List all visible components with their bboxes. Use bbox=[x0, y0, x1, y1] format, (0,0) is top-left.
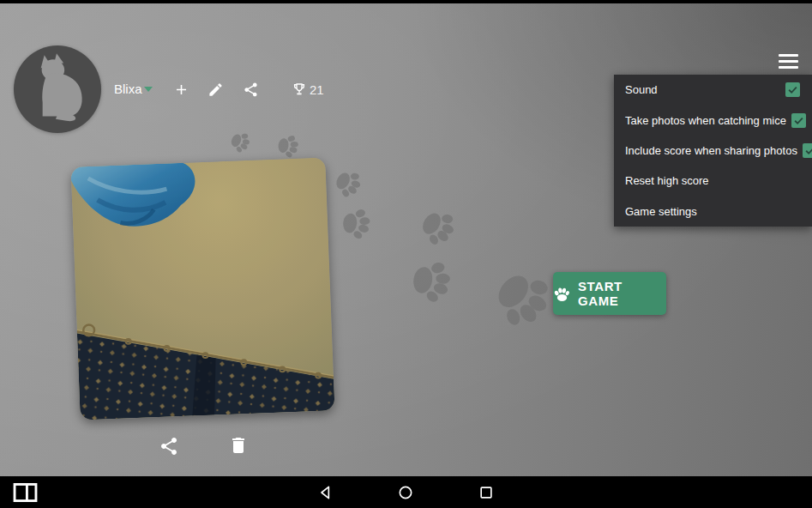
menu-item-label: Reset high score bbox=[625, 174, 709, 187]
paw-print-icon bbox=[410, 198, 468, 258]
home-button[interactable] bbox=[397, 484, 414, 501]
menu-item-label: Game settings bbox=[625, 205, 697, 218]
add-profile-button[interactable] bbox=[171, 79, 191, 100]
split-screen-button[interactable] bbox=[13, 482, 38, 502]
share-icon bbox=[159, 436, 179, 457]
start-game-button[interactable]: START GAME bbox=[553, 272, 666, 315]
menu-item-game-settings[interactable]: Game settings bbox=[614, 197, 812, 227]
status-bar bbox=[0, 0, 812, 3]
checkbox-checked-icon[interactable] bbox=[803, 143, 812, 158]
menu-item-sound[interactable]: Sound bbox=[614, 75, 812, 105]
back-button[interactable] bbox=[317, 484, 334, 501]
share-icon bbox=[243, 82, 259, 98]
trash-icon bbox=[228, 435, 249, 456]
profile-avatar[interactable] bbox=[14, 45, 101, 133]
hamburger-icon bbox=[779, 54, 798, 57]
menu-item-include-score[interactable]: Include score when sharing photos bbox=[614, 136, 812, 166]
recents-button[interactable] bbox=[478, 484, 495, 501]
paw-print-icon bbox=[338, 203, 378, 245]
trophy-icon bbox=[292, 82, 307, 97]
profile-name[interactable]: Blixa bbox=[114, 82, 142, 96]
split-screen-icon bbox=[13, 482, 38, 502]
recents-square-icon bbox=[478, 484, 495, 501]
cat-photo-thumbnail[interactable] bbox=[70, 157, 334, 420]
menu-item-label: Sound bbox=[625, 83, 658, 96]
high-score-value: 21 bbox=[310, 82, 324, 97]
chevron-down-icon[interactable] bbox=[144, 87, 153, 92]
home-circle-icon bbox=[397, 484, 414, 501]
menu-button[interactable] bbox=[779, 54, 798, 69]
menu-item-label: Include score when sharing photos bbox=[625, 144, 797, 157]
paw-print-icon bbox=[225, 126, 256, 159]
app-screen: Blixa 21 Sound bbox=[0, 0, 812, 508]
menu-item-take-photos[interactable]: Take photos when catching mice bbox=[614, 105, 812, 135]
paw-print-icon bbox=[405, 251, 462, 312]
menu-item-reset-high-score[interactable]: Reset high score bbox=[614, 166, 812, 196]
share-photo-button[interactable] bbox=[157, 434, 181, 458]
options-menu: Sound Take photos when catching mice Inc… bbox=[614, 75, 812, 227]
edit-profile-button[interactable] bbox=[205, 79, 226, 100]
cat-photo-image bbox=[70, 157, 334, 420]
share-profile-button[interactable] bbox=[240, 79, 261, 100]
back-triangle-icon bbox=[317, 484, 334, 501]
checkbox-checked-icon[interactable] bbox=[791, 113, 806, 128]
cat-silhouette-icon bbox=[14, 45, 101, 133]
menu-item-label: Take photos when catching mice bbox=[625, 114, 786, 127]
checkbox-checked-icon[interactable] bbox=[785, 82, 800, 97]
paw-icon bbox=[553, 285, 571, 303]
start-game-label: START GAME bbox=[578, 279, 666, 308]
plus-icon bbox=[173, 82, 189, 98]
high-score-display: 21 bbox=[292, 79, 324, 100]
delete-photo-button[interactable] bbox=[226, 433, 250, 457]
pencil-icon bbox=[208, 82, 224, 98]
paw-print-icon bbox=[327, 161, 370, 207]
android-navbar bbox=[0, 476, 812, 508]
